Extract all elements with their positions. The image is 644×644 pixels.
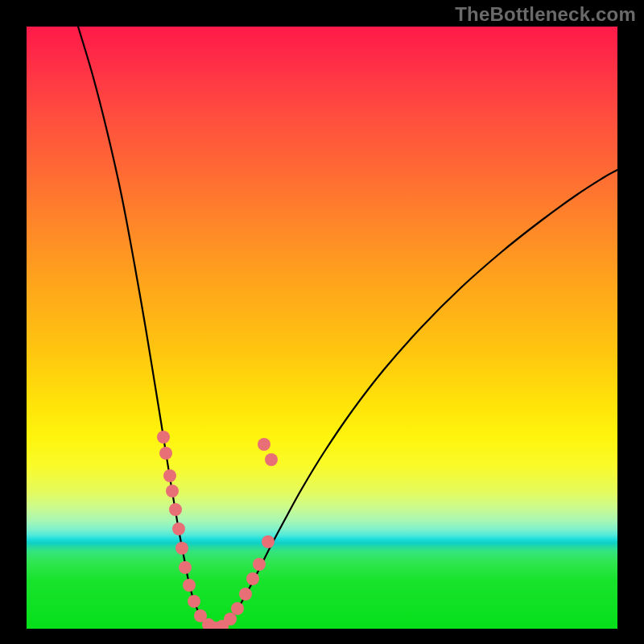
watermark-text: TheBottleneck.com [455,3,636,26]
scatter-dot [258,438,270,451]
scatter-dot [159,447,172,460]
scatter-dot [188,595,200,608]
scatter-dot [163,469,176,482]
scatter-dot [231,602,244,615]
curve-left-branch [78,27,217,629]
scatter-group [157,431,278,629]
scatter-dot [175,542,188,555]
scatter-dot [239,588,252,601]
chart-overlay-svg [27,27,617,629]
curve-group [78,27,617,629]
scatter-dot [172,522,185,535]
scatter-dot [157,431,170,444]
scatter-dot [224,613,237,625]
scatter-dot [262,535,275,548]
scatter-dot [179,561,192,574]
curve-right-branch [217,170,617,629]
scatter-dot [246,572,259,585]
scatter-dot [166,485,179,497]
scatter-dot [183,579,196,592]
scatter-dot [253,558,266,571]
scatter-dot [169,503,182,516]
figure-container: TheBottleneck.com [0,0,644,644]
scatter-dot [265,453,278,466]
plot-area [27,27,617,629]
